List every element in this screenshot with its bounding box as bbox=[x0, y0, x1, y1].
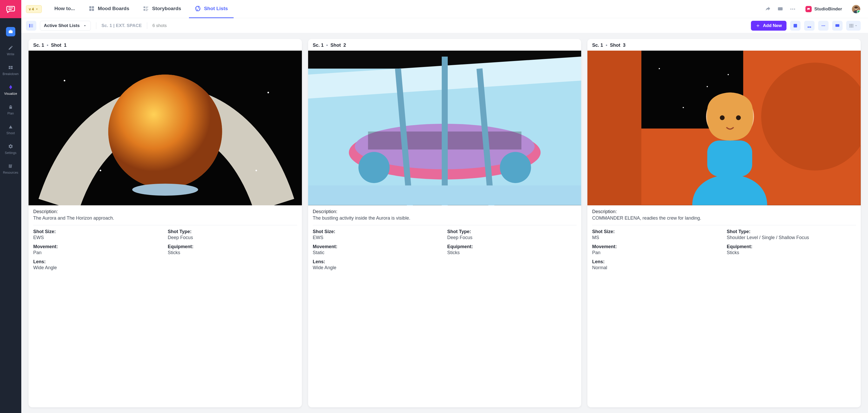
more-tools-button[interactable] bbox=[818, 21, 829, 31]
shot-number: 3 bbox=[623, 42, 626, 48]
rail-item-visualize[interactable]: Visualize bbox=[0, 80, 21, 99]
lens-value: Wide Angle bbox=[33, 265, 297, 271]
export-pdf-button[interactable]: PDF bbox=[804, 21, 814, 31]
rail-item-settings[interactable]: Settings bbox=[0, 138, 21, 158]
add-new-button[interactable]: Add New bbox=[751, 21, 786, 31]
svg-text:PDF: PDF bbox=[809, 27, 810, 28]
shot-type-label: Shot Type: bbox=[168, 229, 297, 234]
movement-value: Pan bbox=[33, 250, 162, 255]
shot-size-label: Shot Size: bbox=[313, 229, 442, 234]
tab-shotlists[interactable]: Shot Lists bbox=[189, 0, 234, 18]
shot-card-title: Sc. 1 • Shot 1 bbox=[29, 39, 302, 51]
equipment-value: Sticks bbox=[447, 250, 577, 255]
svg-rect-9 bbox=[92, 6, 94, 8]
svg-rect-26 bbox=[794, 24, 797, 27]
avatar-placeholder-icon bbox=[852, 4, 860, 14]
tab-label: How to... bbox=[54, 6, 75, 11]
description-label: Description: bbox=[592, 209, 856, 215]
rail-item-resources[interactable]: Resources bbox=[0, 158, 21, 178]
card-view-button[interactable] bbox=[790, 21, 801, 31]
scene-prefix: Sc. 1 bbox=[592, 42, 603, 48]
layout-toggle[interactable] bbox=[26, 21, 36, 31]
svg-rect-41 bbox=[852, 27, 853, 27]
share-icon[interactable] bbox=[765, 6, 771, 12]
svg-point-46 bbox=[64, 80, 65, 81]
tab-storyboards[interactable]: Storyboards bbox=[137, 0, 187, 18]
breakdown-icon bbox=[7, 64, 14, 71]
version-chip[interactable]: v 4 bbox=[26, 5, 42, 13]
divider bbox=[96, 22, 96, 29]
rail-item-write[interactable]: Write bbox=[0, 40, 21, 60]
tab-moodboards[interactable]: Mood Boards bbox=[83, 0, 135, 18]
more-icon[interactable] bbox=[789, 6, 796, 12]
rail-label: Shoot bbox=[6, 131, 15, 135]
svg-point-48 bbox=[100, 170, 101, 171]
svg-point-55 bbox=[359, 152, 390, 183]
shot-size-value: EWS bbox=[33, 235, 162, 241]
tab-howto[interactable]: How to... bbox=[49, 0, 81, 18]
present-icon[interactable] bbox=[777, 6, 784, 12]
description-label: Description: bbox=[313, 209, 577, 215]
shot-thumbnail[interactable] bbox=[308, 51, 582, 205]
svg-point-60 bbox=[659, 68, 660, 69]
brand-pill[interactable]: StudioBinder bbox=[802, 4, 846, 14]
scene-prefix: Sc. 1 bbox=[33, 42, 44, 48]
svg-point-20 bbox=[790, 8, 792, 10]
dropdown-label: Active Shot Lists bbox=[44, 23, 80, 28]
chevron-down-icon bbox=[83, 24, 87, 28]
brand-name: StudioBinder bbox=[814, 6, 842, 12]
svg-rect-15 bbox=[144, 9, 145, 11]
layout-icon bbox=[29, 23, 34, 28]
dot: • bbox=[47, 42, 48, 48]
lens-value: Wide Angle bbox=[313, 265, 577, 271]
equipment-label: Equipment: bbox=[168, 244, 297, 250]
rail-item-shoot[interactable]: Shoot bbox=[0, 119, 21, 138]
description-text: The bustling activity inside the Aurora … bbox=[313, 216, 577, 221]
app-logo[interactable] bbox=[0, 0, 21, 18]
rail-label: Plan bbox=[7, 112, 14, 115]
shot-type-label: Shot Type: bbox=[447, 229, 577, 234]
schedule-dropdown[interactable] bbox=[846, 21, 861, 31]
rail-item-projects[interactable] bbox=[0, 18, 21, 40]
shot-board: Sc. 1 • Shot 1 Description: The Auror bbox=[21, 33, 868, 413]
rail-item-breakdown[interactable]: Breakdown bbox=[0, 60, 21, 80]
description-text: The Aurora and The Horizon approach. bbox=[33, 216, 297, 221]
top-tab-bar: v 4 How to... Mood Boards Storyboards Sh… bbox=[21, 0, 868, 18]
movement-value: Static bbox=[313, 250, 442, 255]
shot-card[interactable]: Sc. 1 • Shot 2 Descript bbox=[308, 39, 582, 407]
shot-card[interactable]: Sc. 1 • Shot 1 Description: The Auror bbox=[29, 39, 302, 407]
space-planet-illustration bbox=[29, 51, 302, 205]
svg-rect-38 bbox=[852, 25, 853, 26]
shot-type-value: Deep Focus bbox=[168, 235, 297, 241]
equipment-value: Sticks bbox=[727, 250, 856, 255]
lens-label: Lens: bbox=[592, 259, 856, 264]
scene-label: Sc. 1 | EXT. SPACE bbox=[101, 23, 142, 28]
shot-thumbnail[interactable] bbox=[587, 51, 861, 205]
presentation-button[interactable] bbox=[832, 21, 843, 31]
svg-rect-25 bbox=[31, 24, 33, 27]
rail-label: Settings bbox=[5, 151, 17, 155]
svg-rect-7 bbox=[11, 164, 12, 168]
lens-label: Lens: bbox=[313, 259, 577, 264]
active-list-dropdown[interactable]: Active Shot Lists bbox=[40, 21, 91, 31]
svg-point-31 bbox=[824, 25, 825, 26]
dot: • bbox=[326, 42, 328, 48]
shot-card[interactable]: Sc. 1 • Shot 3 bbox=[587, 39, 861, 407]
svg-point-49 bbox=[255, 170, 257, 171]
shot-size-value: MS bbox=[592, 235, 721, 241]
svg-point-45 bbox=[132, 184, 198, 195]
rail-item-plan[interactable]: Plan bbox=[0, 99, 21, 119]
plan-icon bbox=[7, 104, 14, 110]
movement-label: Movement: bbox=[592, 244, 721, 250]
card-icon bbox=[793, 23, 798, 28]
pencil-icon bbox=[7, 45, 14, 51]
shot-word: Shot bbox=[51, 42, 61, 48]
present-icon bbox=[835, 23, 840, 28]
shot-thumbnail[interactable] bbox=[29, 51, 302, 205]
svg-rect-34 bbox=[851, 24, 852, 25]
svg-rect-32 bbox=[836, 24, 839, 27]
user-avatar[interactable] bbox=[851, 4, 861, 14]
svg-rect-19 bbox=[778, 7, 783, 10]
version-label: v 4 bbox=[29, 7, 34, 11]
shot-card-title: Sc. 1 • Shot 2 bbox=[308, 39, 582, 51]
